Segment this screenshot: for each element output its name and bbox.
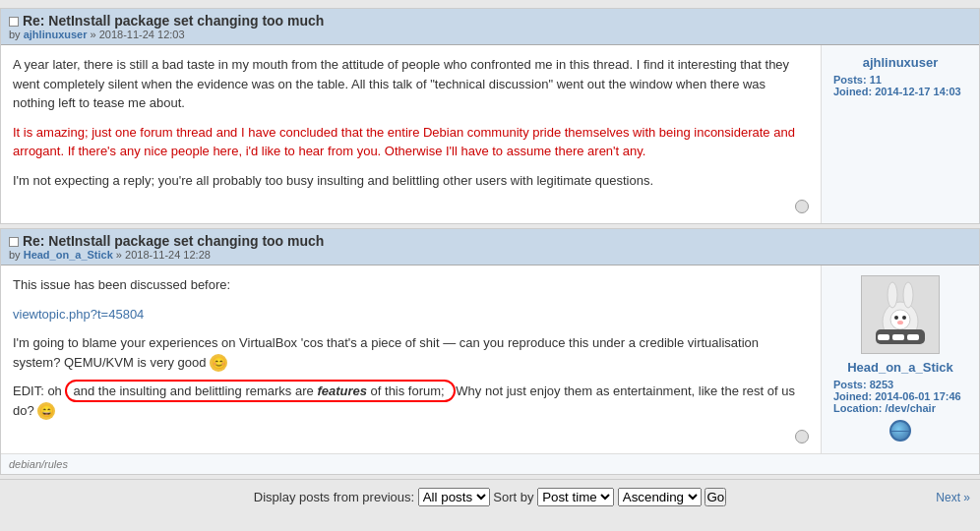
post-1-posts: 11: [870, 74, 882, 86]
post-1-user-info: Posts: 11 Joined: 2014-12-17 14:03: [833, 74, 967, 97]
svg-point-2: [888, 282, 897, 308]
post-1-title: Re: NetInstall package set changing too …: [9, 13, 971, 29]
post-1-content: A year later, there is still a bad taste…: [1, 45, 822, 223]
display-posts-label: Display posts from previous:: [254, 490, 414, 504]
order-select[interactable]: Ascending: [618, 488, 702, 506]
post-1-scroll-top[interactable]: [795, 200, 809, 213]
post-2-content: This issue has been discussed before: vi…: [1, 266, 822, 453]
go-button[interactable]: Go: [704, 488, 726, 506]
post-1-p2: It is amazing; just one forum thread and…: [13, 123, 809, 161]
post-1-username[interactable]: ajhlinuxuser: [833, 55, 967, 70]
world-icon[interactable]: [889, 420, 911, 442]
sort-by-select[interactable]: Post time: [537, 488, 614, 506]
svg-rect-10: [892, 334, 904, 340]
post-1-body: A year later, there is still a bad taste…: [1, 45, 979, 223]
post-1-author[interactable]: ajhlinuxuser: [24, 29, 88, 40]
post-2-p1: This issue has been discussed before:: [13, 275, 809, 295]
svg-rect-11: [907, 334, 919, 340]
post-2-avatar: [861, 275, 940, 354]
post-1-header: Re: NetInstall package set changing too …: [1, 9, 979, 45]
post-2-scroll-top[interactable]: [795, 430, 809, 443]
post-2-body: This issue has been discussed before: vi…: [1, 266, 979, 453]
svg-point-7: [897, 321, 903, 324]
post-2-title: Re: NetInstall package set changing too …: [9, 233, 971, 249]
emoji-smile: 😊: [210, 354, 227, 372]
post-2-header: Re: NetInstall package set changing too …: [1, 229, 979, 266]
post-2-location: /dev/chair: [886, 402, 936, 414]
emoji-wink: 😄: [37, 402, 55, 420]
post-2-footer: debian/rules: [1, 453, 979, 474]
post-2-joined: 2014-06-01 17:46: [875, 390, 960, 402]
svg-point-6: [902, 316, 906, 320]
post-2-icon: [9, 237, 19, 247]
post-2-footer-text: debian/rules: [9, 458, 68, 470]
next-link[interactable]: Next »: [936, 491, 970, 504]
sort-by-label: Sort by: [493, 490, 533, 504]
svg-point-4: [890, 310, 910, 329]
circled-portion: and the insulting and belittling remarks…: [65, 380, 456, 402]
bottom-bar: Display posts from previous: All posts S…: [0, 488, 980, 506]
post-2-p3: EDIT: oh and the insulting and belittlin…: [13, 382, 809, 420]
post-1-joined: 2014-12-17 14:03: [875, 86, 960, 97]
post-2-username[interactable]: Head_on_a_Stick: [833, 360, 967, 375]
post-1-icon: [9, 17, 19, 27]
post-2-link: viewtopic.php?t=45804: [13, 305, 809, 324]
post-2-author[interactable]: Head_on_a_Stick: [24, 249, 113, 261]
svg-rect-9: [878, 334, 889, 340]
post-1-meta: by ajhlinuxuser » 2018-11-24 12:03: [9, 29, 971, 40]
svg-point-3: [903, 282, 913, 308]
post-1-p3: I'm not expecting a reply; you're all pr…: [13, 171, 809, 191]
svg-point-5: [894, 316, 898, 320]
post-2-p2: I'm going to blame your experiences on V…: [13, 333, 809, 372]
post-2-posts: 8253: [870, 379, 893, 390]
post-1-sidebar: ajhlinuxuser Posts: 11 Joined: 2014-12-1…: [822, 45, 979, 223]
post-2: Re: NetInstall package set changing too …: [0, 228, 980, 475]
post-2-sidebar: Head_on_a_Stick Posts: 8253 Joined: 2014…: [822, 266, 979, 453]
post-1: Re: NetInstall package set changing too …: [0, 8, 980, 224]
post-2-topic-link[interactable]: viewtopic.php?t=45804: [13, 307, 144, 322]
post-2-meta: by Head_on_a_Stick » 2018-11-24 12:28: [9, 249, 971, 261]
post-1-p1: A year later, there is still a bad taste…: [13, 55, 809, 113]
post-2-user-info: Posts: 8253 Joined: 2014-06-01 17:46 Loc…: [833, 379, 967, 443]
posts-filter-select[interactable]: All posts: [418, 488, 490, 506]
